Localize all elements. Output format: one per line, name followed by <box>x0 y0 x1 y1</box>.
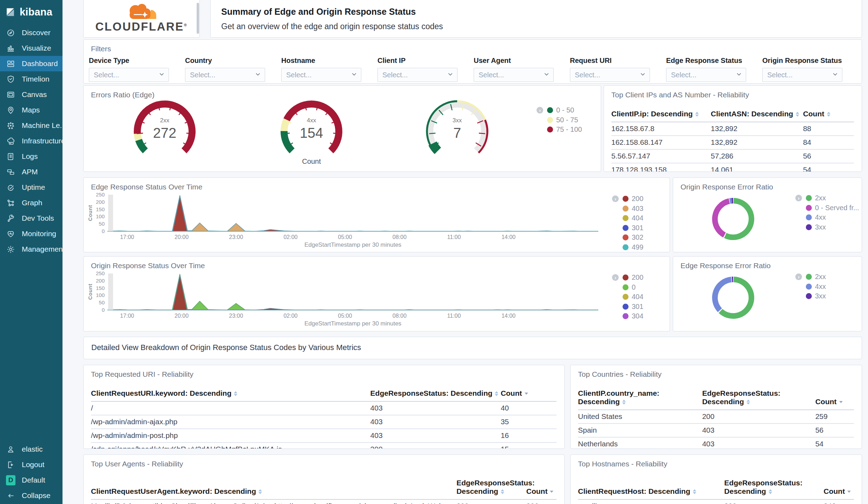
table-row: /wp-admin/admin-ajax.php40335 <box>91 415 557 429</box>
country-select[interactable]: Select... <box>185 68 265 82</box>
legend-item-301[interactable]: 301 <box>612 302 643 312</box>
column-header-label: Count <box>815 398 837 406</box>
sidebar-item-elastic[interactable]: elastic <box>0 441 63 457</box>
legend-color-dot <box>623 196 629 202</box>
sidebar-item-logout[interactable]: Logout <box>0 457 63 472</box>
chevron-down-icon <box>351 71 357 79</box>
user-agent-select[interactable]: Select... <box>474 68 554 82</box>
column-header-clientasn[interactable]: ClientASN: Descending <box>711 108 803 122</box>
legend-item-50-75[interactable]: 50 - 75 <box>537 115 582 125</box>
sidebar-item-dev-tools[interactable]: Dev Tools <box>0 211 63 226</box>
table-cell: 57,286 <box>711 149 803 163</box>
legend-item-4xx[interactable]: 4xx <box>795 213 859 222</box>
sidebar-item-maps[interactable]: Maps <box>0 102 63 118</box>
legend-color-dot <box>623 313 629 319</box>
legend-item-3xx[interactable]: 3xx <box>795 222 859 232</box>
column-header-label: Count <box>501 389 522 397</box>
sidebar-item-discover[interactable]: Discover <box>0 25 63 40</box>
filter-label: Request URI <box>570 57 650 65</box>
sidebar-item-canvas[interactable]: Canvas <box>0 87 63 102</box>
legend-label: 403 <box>632 205 643 213</box>
cloudflare-logo-panel: CLOUDFLARE® <box>83 0 200 38</box>
sidebar-item-default[interactable]: DDefault <box>0 472 63 488</box>
svg-text:3xx: 3xx <box>453 117 462 124</box>
column-header-edgeresponsestatus[interactable]: EdgeResponseStatus: Descending <box>702 387 815 410</box>
legend-item-75-100[interactable]: 75 - 100 <box>537 125 582 135</box>
column-header-count[interactable]: Count <box>803 108 854 122</box>
legend-item-200[interactable]: ›200 <box>612 273 643 283</box>
legend-item-200[interactable]: ›200 <box>612 194 643 204</box>
request-uri-select[interactable]: Select... <box>570 68 650 82</box>
legend-item-403[interactable]: 403 <box>612 204 643 214</box>
sidebar-item-timelion[interactable]: Timelion <box>0 71 63 87</box>
sidebar-item-apm[interactable]: APM <box>0 164 63 180</box>
kibana-logo[interactable]: kibana <box>0 4 63 20</box>
sidebar-item-logs[interactable]: Logs <box>0 149 63 164</box>
column-header-clientrequesthost[interactable]: ClientRequestHost: Descending <box>578 477 724 499</box>
sidebar-item-graph[interactable]: Graph <box>0 195 63 211</box>
column-header-count[interactable]: Count <box>501 387 557 401</box>
column-header-edgeresponsestatus[interactable]: EdgeResponseStatus: Descending <box>456 477 526 499</box>
chevron-down-icon <box>736 71 742 79</box>
svg-text:EdgeStartTimestamp per 30 minu: EdgeStartTimestamp per 30 minutes <box>304 241 401 248</box>
sidebar-item-label: Dev Tools <box>22 214 54 222</box>
legend-expand-icon[interactable]: › <box>537 107 543 114</box>
legend-item-499[interactable]: 499 <box>612 243 643 252</box>
legend-item-302[interactable]: 302 <box>612 233 643 243</box>
legend-item-404[interactable]: 404 <box>612 213 643 223</box>
top-user-agents-table: ClientRequestUserAgent.keyword: Descendi… <box>84 468 564 504</box>
legend-item-301[interactable]: 301 <box>612 223 643 233</box>
filter-label: User Agent <box>474 57 554 65</box>
sidebar-item-infrastructure[interactable]: Infrastructure <box>0 133 63 149</box>
legend-item-0-served-fr[interactable]: 0 - Served fr... <box>795 203 859 213</box>
legend-item-0[interactable]: 0 <box>612 283 643 292</box>
origin-response-status-select[interactable]: Select... <box>762 68 842 82</box>
legend-label: 0 - 50 <box>556 106 574 114</box>
legend-item-0-50[interactable]: ›0 - 50 <box>537 105 582 115</box>
column-header-edgeresponsestatus[interactable]: EdgeResponseStatus: Descending <box>370 387 501 401</box>
top-requested-uri-panel: Top Requested URI - Reliability ClientRe… <box>83 365 565 449</box>
table-cell: Spain <box>578 424 702 437</box>
sidebar-item-dashboard[interactable]: Dashboard <box>0 56 63 71</box>
table-cell: /cdn-cgi/apps/head/xVgyKhR-vV3dAUGhMqfBc… <box>91 442 370 449</box>
legend-item-304[interactable]: 304 <box>612 311 643 321</box>
column-header-clientip-country-name[interactable]: ClientIP.country_name: Descending <box>578 387 702 410</box>
sidebar-item-machine-le[interactable]: Machine Le... <box>0 118 63 133</box>
sidebar-item-uptime[interactable]: Uptime <box>0 180 63 195</box>
device-type-select[interactable]: Select... <box>89 68 169 82</box>
table-cell: 84 <box>803 136 854 149</box>
column-header-count[interactable]: Count <box>815 387 854 410</box>
svg-text:08:00: 08:00 <box>393 234 407 240</box>
sidebar-item-monitoring[interactable]: Monitoring <box>0 226 63 241</box>
edge-response-status-select[interactable]: Select... <box>666 68 746 82</box>
column-header-clientrequesturi-keyword[interactable]: ClientRequestURI.keyword: Descending <box>91 387 370 401</box>
sidebar-item-management[interactable]: Management <box>0 241 63 257</box>
legend-label: 4xx <box>815 283 826 291</box>
sidebar-item-label: Machine Le... <box>22 121 66 130</box>
table-cell: camilia.me <box>578 499 724 504</box>
legend-item-3xx[interactable]: 3xx <box>795 291 826 301</box>
panel-scrollbar[interactable] <box>197 3 199 34</box>
legend-expand-icon[interactable]: › <box>795 273 802 280</box>
column-header-count[interactable]: Count <box>824 477 854 499</box>
legend-expand-icon[interactable]: › <box>795 195 802 201</box>
sidebar-item-collapse[interactable]: Collapse <box>0 488 63 503</box>
column-header-edgeresponsestatus[interactable]: EdgeResponseStatus: Descending <box>724 477 824 499</box>
legend-expand-icon[interactable]: › <box>612 195 619 202</box>
legend-item-4xx[interactable]: 4xx <box>795 282 826 292</box>
sidebar-item-visualize[interactable]: Visualize <box>0 40 63 56</box>
panel-title: Top Countries - Reliability <box>578 370 862 379</box>
column-header-clientip-ip[interactable]: ClientIP.ip: Descending <box>611 108 711 122</box>
sidebar-item-label: Timelion <box>22 75 50 83</box>
legend-item-2xx[interactable]: ›2xx <box>795 193 859 203</box>
table-cell: 35 <box>501 415 557 429</box>
hostname-select[interactable]: Select... <box>281 68 361 82</box>
legend-expand-icon[interactable]: › <box>612 274 619 281</box>
table-cell: 200 <box>724 499 824 504</box>
column-header-clientrequestuseragent-keyword[interactable]: ClientRequestUserAgent.keyword: Descendi… <box>91 477 456 499</box>
table-cell: 54 <box>803 163 854 172</box>
select-placeholder: Select... <box>575 71 600 79</box>
legend-item-2xx[interactable]: ›2xx <box>795 272 826 282</box>
client-ip-select[interactable]: Select... <box>377 68 458 82</box>
legend-item-404[interactable]: 404 <box>612 292 643 302</box>
